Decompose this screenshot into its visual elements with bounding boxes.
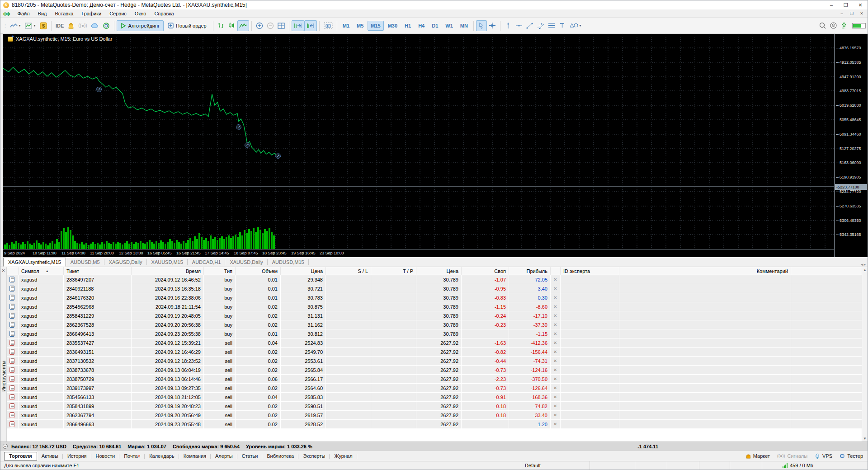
minimize-button[interactable]: – [824,0,839,9]
table-row[interactable]: xauusd28623677942024.09.20 20:56:49sell0… [7,411,868,420]
close-position-icon[interactable]: ✕ [553,295,557,300]
timeframe-h1[interactable]: H1 [401,21,414,31]
timeframe-mn[interactable]: MN [457,21,471,31]
close-position-icon[interactable]: ✕ [553,404,557,409]
close-position-cell[interactable]: ✕ [551,411,561,419]
screenshot-icon[interactable] [322,20,335,31]
table-row[interactable]: xagusd28664964132024.09.23 20:55:38buy0.… [7,329,868,338]
signals-tab[interactable]: ((●)) Сигналы [777,453,807,459]
close-position-icon[interactable]: ✕ [553,331,557,336]
column-header-t-p[interactable]: T / P [371,267,416,275]
account-icon[interactable] [828,20,839,31]
close-position-icon[interactable]: ✕ [553,340,557,345]
fibonacci-tool-icon[interactable] [546,20,557,31]
table-row[interactable]: xauusd28387336782024.09.13 06:04:19sell0… [7,366,868,375]
timeframe-m30[interactable]: M30 [385,21,401,31]
close-position-icon[interactable]: ✕ [553,413,557,418]
close-position-cell[interactable]: ✕ [551,393,561,401]
timeframe-w1[interactable]: W1 [442,21,456,31]
bottom-tab-торговля[interactable]: Торговля [4,452,37,461]
close-position-icon[interactable]: ✕ [553,304,557,309]
close-position-cell[interactable]: ✕ [551,384,561,392]
timeframe-d1[interactable]: D1 [429,21,441,31]
bottom-tab-эксперты[interactable]: Эксперты [298,452,330,461]
restore-button[interactable]: ❐ [839,0,853,9]
close-button[interactable]: ✕ [853,0,868,9]
chart-tab-xauusd-m15[interactable]: XAUUSD,M15 [147,258,188,267]
table-row[interactable]: xagusd28584312292024.09.19 20:48:05buy0.… [7,311,868,320]
chart-close-button[interactable]: ✕ [857,10,867,17]
trendline-tool-icon[interactable] [524,20,535,31]
menu-file[interactable]: Файл [14,10,34,17]
close-position-icon[interactable]: ✕ [553,358,557,363]
close-position-cell[interactable]: ✕ [551,402,561,410]
bottom-tab-журнал[interactable]: Журнал [330,452,357,461]
close-position-icon[interactable]: ✕ [553,367,557,372]
chart-minimize-button[interactable]: – [837,10,847,17]
toolbox-vertical-tab[interactable]: Инструменты [1,361,6,392]
table-row[interactable]: xagusd28545629682024.09.18 21:11:54buy0.… [7,302,868,311]
table-row[interactable]: xauusd28371305322024.09.12 18:23:52sell0… [7,357,868,366]
chart-shift-icon[interactable] [304,20,317,31]
close-position-icon[interactable]: ✕ [553,376,557,381]
candle-chart-mode-icon[interactable] [226,20,237,31]
close-position-cell[interactable]: ✕ [551,348,561,356]
close-position-cell[interactable]: ✕ [551,420,561,428]
column-header-blank[interactable] [7,267,19,275]
bottom-tab-компания[interactable]: Компания [179,452,211,461]
market-tab[interactable]: Маркет [746,453,770,459]
chart-tab-audusd-m15[interactable]: AUDUSD,M15 [268,258,309,267]
scroll-up-icon[interactable]: ▲ [863,267,867,273]
bottom-tab-алерты[interactable]: Алерты [211,452,237,461]
column-header-s-l[interactable]: S / L [326,267,371,275]
chart-tab-xagusd-daily[interactable]: XAGUSD,Daily [104,258,147,267]
close-position-cell[interactable]: ✕ [551,366,561,374]
algo-trading-toggle[interactable]: Алготрейдинг [117,20,164,31]
bottom-tab-история[interactable]: История [63,452,91,461]
column-header-тип[interactable]: Тип [204,267,236,275]
table-row[interactable]: xauusd28545661332024.09.18 21:12:05sell0… [7,393,868,402]
chart-plot-area[interactable]: XAGXAU.synthetic, M15: Euro vs US Dollar… [3,34,834,257]
close-position-icon[interactable]: ✕ [553,322,557,327]
timeframe-m5[interactable]: M5 [354,21,367,31]
close-position-cell[interactable]: ✕ [551,320,561,329]
column-header-прибыль[interactable]: Прибыль [509,267,551,275]
close-position-cell[interactable]: ✕ [551,329,561,338]
timeframe-m1[interactable]: M1 [340,21,353,31]
cursor-icon[interactable] [476,20,487,31]
price-axis[interactable]: -5223.77100 -4876.19570-4912.05385-4947.… [834,34,868,257]
menu-charts[interactable]: Графики [77,10,105,17]
bar-chart-mode-icon[interactable] [216,20,226,31]
vps-tab[interactable]: VPS [815,453,832,459]
chart-type-dropdown[interactable]: ▼ [8,20,23,31]
menu-view[interactable]: Вид [34,10,51,17]
bottom-tab-статьи[interactable]: Статьи [237,452,263,461]
status-profile[interactable]: Default [521,461,590,470]
close-position-icon[interactable]: ✕ [553,422,557,427]
table-row[interactable]: xauusd28391739972024.09.13 09:27:35sell0… [7,384,868,393]
column-header-цена[interactable]: Цена [281,267,326,275]
close-position-icon[interactable]: ✕ [553,286,557,291]
market-button[interactable] [66,20,76,31]
collapse-summary-icon[interactable]: – [3,444,8,449]
zoom-in-icon[interactable] [254,20,265,31]
column-header-id-эксперта[interactable]: ID эксперта [561,267,619,275]
menu-insert[interactable]: Вставка [51,10,77,17]
tab-scroll-arrows[interactable]: ◂▸ [861,262,866,267]
chart-tab-audcad-h1[interactable]: AUDCAD,H1 [188,258,226,267]
bottom-tab-почта[interactable]: Почта8 [119,452,145,461]
tile-windows-icon[interactable] [276,20,287,31]
menu-window[interactable]: Окно [131,10,151,17]
timeframe-m15[interactable]: M15 [368,21,383,31]
indicators-dropdown[interactable]: ▼ [23,20,38,31]
metaeditor-button[interactable]: IDE [54,20,66,31]
close-position-cell[interactable]: ✕ [551,275,561,284]
close-position-cell[interactable]: ✕ [551,338,561,347]
table-row[interactable]: xauusd28664966632024.09.23 20:55:48sell0… [7,420,868,429]
time-axis[interactable]: 9 Sep 202410 Sep 11:0011 Sep 04:0011 Sep… [3,249,834,257]
text-tool-icon[interactable] [557,20,568,31]
line-chart-mode-icon[interactable] [237,20,249,31]
column-header-своп[interactable]: Своп [462,267,509,275]
crosshair-icon[interactable] [487,20,498,31]
menu-help[interactable]: Справка [150,10,178,17]
